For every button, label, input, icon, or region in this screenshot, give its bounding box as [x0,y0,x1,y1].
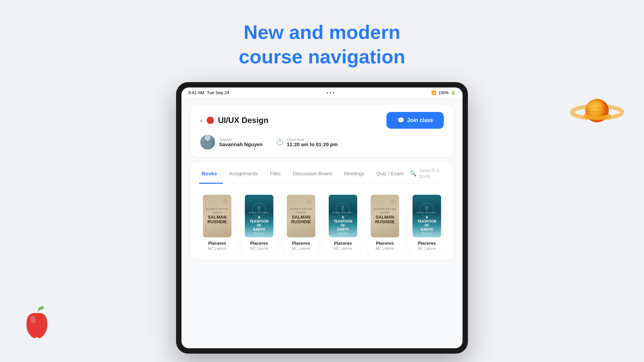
svg-point-8 [307,199,312,204]
title-line2: course navigation [239,46,405,67]
teacher-avatar [200,135,215,149]
back-button[interactable]: ‹ [200,117,203,124]
search-icon: 🔍 [410,170,417,177]
class-time-value: 11:20 am to 01:20 pm [287,141,338,147]
book-title: Placeres [376,241,394,246]
books-grid: Joseph Anton A MEMOIR SALMANRUSHDIE Plac… [199,191,445,254]
class-time-label: Class time [287,137,338,141]
svg-point-10 [390,199,396,204]
search-area[interactable]: 🔍 Search a book [410,168,445,179]
saturn-decoration [570,94,624,127]
book-card-1[interactable]: Joseph Anton A MEMOIR SALMANRUSHDIE Plac… [199,191,235,254]
apple-decoration [20,305,54,342]
tab-books[interactable]: Books [199,168,223,179]
tab-assignments[interactable]: Assignments [223,168,264,179]
book-title: Placeres [292,241,310,246]
tab-files[interactable]: Files [264,168,287,179]
battery-level: 100% [438,90,449,95]
status-bar: 9:41 AM Tue Sep 24 📶 100% 🔋 [181,87,463,98]
book-card-5[interactable]: Joseph Anton A MEMOIR SALMANRUSHDIE Plac… [367,191,403,254]
book-author: MC Latorre [208,246,226,250]
teacher-label: Teacher [219,137,263,141]
tab-meetings[interactable]: Meetings [338,168,370,179]
tablet-screen: 9:41 AM Tue Sep 24 📶 100% 🔋 ‹ UI/U [181,87,463,348]
status-time: 9:41 AM [188,90,204,95]
wifi-icon: 📶 [431,90,436,95]
book-author: MC Latorre [418,246,436,250]
search-placeholder: Search a book [419,168,445,179]
book-author: MC Latorre [292,246,310,250]
book-author: MC Latorre [250,246,268,250]
title-line1: New and modern [244,21,400,43]
book-card-6[interactable]: DINA NAYERI ATEASPOONOFEARTH AND SEA Pla… [409,191,445,254]
book-title: Placeres [208,241,226,246]
book-card-4[interactable]: DINA NAYERI ATEASPOONOFEARTH AND SEA Pla… [325,191,361,254]
book-title: Placeres [418,241,436,246]
book-card-3[interactable]: Joseph Anton A MEMOIR SALMANRUSHDIE Plac… [283,191,319,254]
book-title: Placeres [334,241,352,246]
status-date: Tue Sep 24 [207,90,229,95]
teacher-name: Savannah Nguyen [219,141,263,147]
battery-icon: 🔋 [451,90,456,95]
clock-icon: 🕐 [276,138,283,146]
page-heading: New and modern course navigation [0,0,644,69]
book-author: MC Latorre [334,246,352,250]
book-author: MC Latorre [376,246,394,250]
join-icon: 💬 [397,117,405,124]
book-title: Placeres [250,241,268,246]
app-content: ‹ UI/UX Design 💬 Join class [181,98,463,348]
tab-discussion[interactable]: Discussion Board [286,168,338,179]
tab-quiz[interactable]: Quiz / Exam [370,168,410,179]
course-dot [207,117,214,124]
join-class-button[interactable]: 💬 Join class [386,112,444,129]
tabs-container: Books Assignments Files Discussion Board… [191,162,453,260]
join-label: Join class [407,117,433,123]
course-name: UI/UX Design [218,116,269,125]
course-header-card: ‹ UI/UX Design 💬 Join class [191,105,453,157]
tablet-frame: 9:41 AM Tue Sep 24 📶 100% 🔋 ‹ UI/U [176,82,468,354]
svg-point-6 [223,199,228,204]
book-card-2[interactable]: DINA NAYERI ATEASPOONOFEARTH AND SEA Pla… [241,191,277,254]
